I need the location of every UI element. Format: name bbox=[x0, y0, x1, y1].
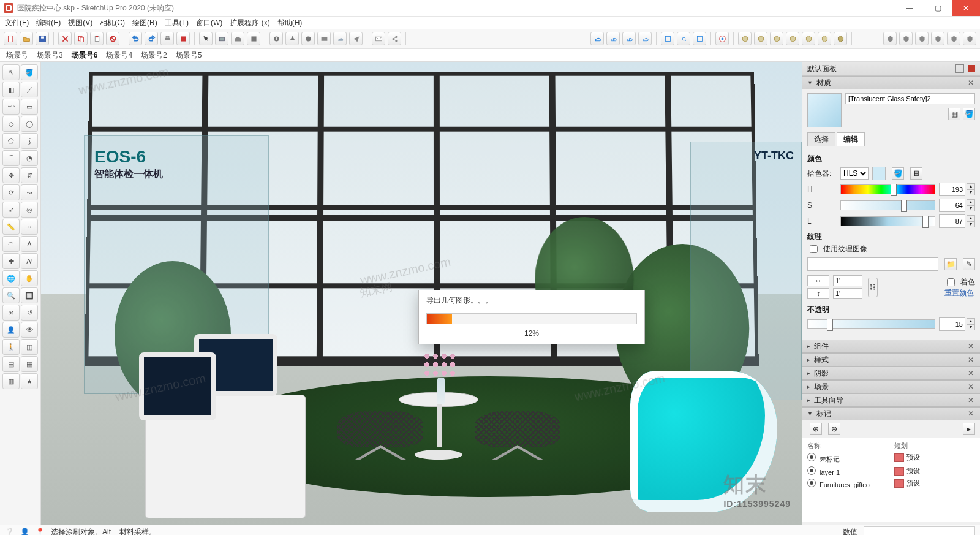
spinner-down-icon[interactable]: ▼ bbox=[967, 189, 975, 195]
component-button[interactable] bbox=[215, 32, 228, 45]
tab-select[interactable]: 选择 bbox=[807, 132, 835, 146]
redo-button[interactable] bbox=[145, 32, 158, 45]
spinner-up-icon[interactable]: ▲ bbox=[967, 215, 975, 221]
sat-input[interactable] bbox=[939, 199, 965, 212]
extra-tool-icon[interactable]: ★ bbox=[21, 373, 38, 389]
axes-tool-icon[interactable]: ✚ bbox=[2, 253, 20, 269]
view-top-icon[interactable] bbox=[754, 32, 767, 45]
panel-components[interactable]: ▸组件✕ bbox=[802, 340, 980, 353]
walk-icon[interactable]: 🚶 bbox=[2, 339, 20, 355]
spinner-up-icon[interactable]: ▲ bbox=[967, 183, 975, 189]
light-input[interactable] bbox=[939, 214, 965, 228]
spinner-down-icon[interactable]: ▼ bbox=[967, 221, 975, 227]
menu-help[interactable]: 帮助(H) bbox=[277, 18, 303, 28]
copy-button[interactable] bbox=[74, 32, 88, 45]
delete-button[interactable] bbox=[106, 32, 119, 45]
view-left-icon[interactable] bbox=[818, 32, 831, 45]
panel-close-icon[interactable]: ✕ bbox=[967, 409, 975, 418]
tag-dash[interactable]: 预设 bbox=[894, 466, 975, 476]
cloud-upload-icon[interactable] bbox=[606, 32, 620, 45]
scene-tab[interactable]: 场景号2 bbox=[141, 50, 167, 61]
tag-dash[interactable]: 预设 bbox=[894, 453, 975, 464]
section-plane-icon[interactable]: ◫ bbox=[21, 339, 38, 355]
view-persp-icon[interactable] bbox=[834, 32, 847, 45]
view-back-icon[interactable] bbox=[802, 32, 815, 45]
panel-close-icon[interactable]: ✕ bbox=[967, 396, 975, 404]
open-file-button[interactable] bbox=[20, 32, 33, 45]
warehouse-button[interactable] bbox=[231, 32, 244, 45]
mail-button[interactable] bbox=[372, 32, 385, 45]
menu-window[interactable]: 窗口(W) bbox=[196, 18, 222, 28]
select-tool-icon[interactable] bbox=[199, 32, 213, 45]
panel-styles[interactable]: ▸样式✕ bbox=[802, 353, 980, 366]
panel-close-icon[interactable]: ✕ bbox=[967, 342, 975, 351]
model-info-button[interactable] bbox=[176, 32, 190, 45]
geo-button[interactable] bbox=[285, 32, 299, 45]
cut-button[interactable] bbox=[58, 32, 72, 45]
solid-tool-2-icon[interactable] bbox=[899, 32, 913, 45]
cloud-button[interactable] bbox=[333, 32, 347, 45]
sat-slider[interactable] bbox=[840, 200, 935, 210]
position-camera-icon[interactable]: 👤 bbox=[2, 322, 20, 338]
rectangle-tool-icon[interactable]: ▭ bbox=[21, 99, 38, 115]
select-tool-icon[interactable]: ↖ bbox=[2, 64, 20, 80]
colorize-checkbox[interactable] bbox=[947, 278, 955, 286]
panel-shadows[interactable]: ▸阴影✕ bbox=[802, 366, 980, 380]
scene-tab[interactable]: 场景号6 bbox=[72, 50, 98, 61]
panel-scenes[interactable]: ▸场景✕ bbox=[802, 380, 980, 393]
tape-tool-icon[interactable]: 📏 bbox=[2, 219, 20, 235]
orbit-tool-icon[interactable]: 🌐 bbox=[2, 270, 20, 286]
spinner-up-icon[interactable]: ▲ bbox=[967, 318, 975, 324]
chrome-icon[interactable] bbox=[715, 32, 729, 45]
pan-tool-icon[interactable]: ✋ bbox=[21, 270, 38, 286]
display-secondary-icon[interactable]: ▦ bbox=[948, 108, 960, 120]
arc-tool-icon[interactable]: ⟆ bbox=[21, 133, 38, 149]
scale-tool-icon[interactable]: ⤢ bbox=[2, 202, 20, 218]
send-button[interactable] bbox=[349, 32, 363, 45]
tag-color-chip[interactable] bbox=[894, 479, 904, 488]
minimize-button[interactable]: — bbox=[895, 0, 924, 16]
aspect-link-icon[interactable]: ⛓ bbox=[868, 278, 878, 297]
model-viewport[interactable]: EOS-6 智能体检一体机 YT-TKC www.znzmo.com www.z… bbox=[41, 62, 802, 525]
rotated-rect-tool-icon[interactable]: ◇ bbox=[2, 116, 20, 132]
circle-tool-icon[interactable]: ◯ bbox=[21, 116, 38, 132]
menu-file[interactable]: 文件(F) bbox=[5, 18, 29, 28]
select-box-icon[interactable] bbox=[661, 32, 674, 45]
tab-edit[interactable]: 编辑 bbox=[837, 132, 865, 146]
scene-tab[interactable]: 场景号4 bbox=[106, 50, 132, 61]
tags-panel-header[interactable]: ▼ 标记 ✕ bbox=[802, 407, 980, 420]
section-cut-icon[interactable]: ▥ bbox=[2, 373, 20, 389]
hue-slider[interactable] bbox=[840, 184, 935, 194]
paste-button[interactable] bbox=[90, 32, 104, 45]
paint-bucket-tool-icon[interactable]: 🪣 bbox=[21, 64, 38, 80]
panel-instructor[interactable]: ▸工具向导✕ bbox=[802, 393, 980, 407]
solid-tool-3-icon[interactable] bbox=[915, 32, 929, 45]
measurements-input[interactable] bbox=[864, 526, 975, 535]
solid-tool-4-icon[interactable] bbox=[931, 32, 944, 45]
create-material-icon[interactable]: 🪣 bbox=[963, 108, 975, 120]
match-object-color-icon[interactable]: 🪣 bbox=[892, 167, 904, 180]
match-screen-color-icon[interactable]: 🖥 bbox=[910, 167, 922, 180]
look-around-icon[interactable]: 👁 bbox=[21, 322, 38, 338]
gear-icon[interactable] bbox=[677, 32, 690, 45]
edit-texture-icon[interactable]: ✎ bbox=[963, 258, 975, 270]
menu-view[interactable]: 视图(V) bbox=[68, 18, 92, 28]
line-tool-icon[interactable]: ／ bbox=[21, 82, 38, 97]
materials-panel-header[interactable]: ▼ 材质 ✕ bbox=[802, 76, 980, 89]
tag-row[interactable]: layer 1 bbox=[807, 466, 888, 476]
add-location-button[interactable] bbox=[270, 32, 283, 45]
menu-ext[interactable]: 扩展程序 (x) bbox=[230, 18, 270, 28]
menu-draw[interactable]: 绘图(R) bbox=[132, 18, 157, 28]
tray-title[interactable]: 默认面板 bbox=[802, 62, 980, 76]
add-tag-icon[interactable]: ⊕ bbox=[810, 423, 822, 435]
tag-dash[interactable]: 预设 bbox=[894, 479, 975, 488]
light-slider[interactable] bbox=[840, 216, 935, 226]
tag-row[interactable]: 未标记 bbox=[807, 453, 888, 464]
photo-button[interactable] bbox=[317, 32, 331, 45]
menu-camera[interactable]: 相机(C) bbox=[100, 18, 125, 28]
spinner-down-icon[interactable]: ▼ bbox=[967, 205, 975, 211]
eraser-tool-icon[interactable]: ◧ bbox=[2, 82, 20, 97]
scene-tab[interactable]: 场景号3 bbox=[37, 50, 63, 61]
solid-tool-5-icon[interactable] bbox=[947, 32, 960, 45]
polygon-tool-icon[interactable]: ⬠ bbox=[2, 133, 20, 149]
